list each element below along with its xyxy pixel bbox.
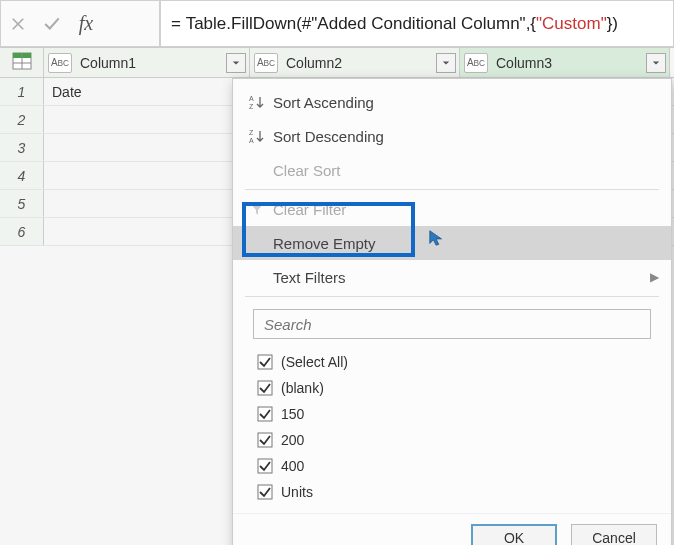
sort-ascending-item[interactable]: AZ Sort Ascending bbox=[233, 85, 671, 119]
column-headers: ABC Column1 ABC Column2 ABC Column3 bbox=[0, 48, 674, 78]
menu-label: Sort Descending bbox=[273, 128, 384, 145]
menu-label: Text Filters bbox=[273, 269, 346, 286]
row-number[interactable]: 2 bbox=[0, 106, 44, 133]
check-label: 200 bbox=[281, 432, 304, 448]
filter-check-item[interactable]: Units bbox=[257, 479, 647, 505]
svg-text:Z: Z bbox=[249, 129, 254, 136]
filter-values-box: (Select All) (blank) 150 200 400 Units bbox=[233, 299, 671, 513]
datatype-icon[interactable]: ABC bbox=[48, 53, 72, 73]
cell[interactable] bbox=[44, 134, 250, 161]
check-label: (blank) bbox=[281, 380, 324, 396]
formula-prefix: = bbox=[171, 14, 186, 34]
remove-empty-item[interactable]: Remove Empty bbox=[233, 226, 671, 260]
filter-icon bbox=[249, 201, 273, 217]
search-input[interactable] bbox=[262, 315, 642, 334]
check-label: 400 bbox=[281, 458, 304, 474]
sort-descending-item[interactable]: ZA Sort Descending bbox=[233, 119, 671, 153]
filter-check-select-all[interactable]: (Select All) bbox=[257, 349, 647, 375]
clear-filter-item: Clear Filter bbox=[233, 192, 671, 226]
column-header-3[interactable]: ABC Column3 bbox=[460, 48, 670, 77]
search-input-wrap bbox=[253, 309, 651, 339]
menu-separator bbox=[245, 189, 659, 190]
column-header-2[interactable]: ABC Column2 bbox=[250, 48, 460, 77]
check-label: 150 bbox=[281, 406, 304, 422]
text-filters-item[interactable]: Text Filters ▶ bbox=[233, 260, 671, 294]
menu-label: Clear Sort bbox=[273, 162, 341, 179]
accept-formula-button[interactable] bbox=[35, 1, 69, 47]
column-header-1[interactable]: ABC Column1 bbox=[44, 48, 250, 77]
row-number[interactable]: 1 bbox=[0, 78, 44, 105]
filter-dropdown-panel: AZ Sort Ascending ZA Sort Descending Cle… bbox=[232, 78, 672, 545]
column-label: Column2 bbox=[278, 55, 436, 71]
formula-input[interactable]: = Table.FillDown(#"Added Conditional Col… bbox=[160, 0, 674, 47]
dialog-buttons: OK Cancel bbox=[233, 513, 671, 545]
menu-label: Remove Empty bbox=[273, 235, 376, 252]
filter-check-item[interactable]: 150 bbox=[257, 401, 647, 427]
filter-check-item[interactable]: 200 bbox=[257, 427, 647, 453]
filter-check-item[interactable]: 400 bbox=[257, 453, 647, 479]
datatype-icon[interactable]: ABC bbox=[464, 53, 488, 73]
filter-dropdown-button[interactable] bbox=[436, 53, 456, 73]
row-number[interactable]: 3 bbox=[0, 134, 44, 161]
sort-desc-icon: ZA bbox=[249, 128, 273, 144]
menu-label: Clear Filter bbox=[273, 201, 346, 218]
svg-text:A: A bbox=[249, 137, 254, 144]
cell[interactable] bbox=[44, 190, 250, 217]
formula-tools: fx bbox=[0, 0, 160, 47]
formula-col: "Custom" bbox=[536, 14, 607, 34]
formula-end: }) bbox=[607, 14, 618, 34]
check-label: Units bbox=[281, 484, 313, 500]
sort-filter-menu: AZ Sort Ascending ZA Sort Descending Cle… bbox=[233, 79, 671, 297]
cancel-button[interactable]: Cancel bbox=[571, 524, 657, 545]
row-number[interactable]: 4 bbox=[0, 162, 44, 189]
sort-asc-icon: AZ bbox=[249, 94, 273, 110]
filter-checklist: (Select All) (blank) 150 200 400 Units bbox=[253, 339, 651, 509]
formula-func: Table.FillDown bbox=[186, 14, 297, 34]
table-icon bbox=[12, 52, 32, 73]
svg-text:Z: Z bbox=[249, 103, 254, 110]
cell[interactable] bbox=[44, 162, 250, 189]
row-number[interactable]: 5 bbox=[0, 190, 44, 217]
select-all-corner[interactable] bbox=[0, 48, 44, 77]
datatype-icon[interactable]: ABC bbox=[254, 53, 278, 73]
cell[interactable] bbox=[44, 106, 250, 133]
filter-dropdown-button[interactable] bbox=[226, 53, 246, 73]
menu-separator bbox=[245, 296, 659, 297]
menu-label: Sort Ascending bbox=[273, 94, 374, 111]
column-label: Column1 bbox=[72, 55, 226, 71]
svg-text:A: A bbox=[249, 95, 254, 102]
filter-check-blank[interactable]: (blank) bbox=[257, 375, 647, 401]
cancel-formula-button[interactable] bbox=[1, 1, 35, 47]
cell[interactable]: Date bbox=[44, 78, 250, 105]
cursor-icon bbox=[428, 229, 446, 251]
fx-icon[interactable]: fx bbox=[69, 1, 103, 47]
submenu-arrow-icon: ▶ bbox=[650, 270, 659, 284]
filter-dropdown-button[interactable] bbox=[646, 53, 666, 73]
cell[interactable] bbox=[44, 218, 250, 245]
column-label: Column3 bbox=[488, 55, 646, 71]
row-number[interactable]: 6 bbox=[0, 218, 44, 245]
ok-button[interactable]: OK bbox=[471, 524, 557, 545]
formula-mid: (#"Added Conditional Column",{ bbox=[296, 14, 536, 34]
check-label: (Select All) bbox=[281, 354, 348, 370]
formula-bar: fx = Table.FillDown(#"Added Conditional … bbox=[0, 0, 674, 48]
clear-sort-item: Clear Sort bbox=[233, 153, 671, 187]
